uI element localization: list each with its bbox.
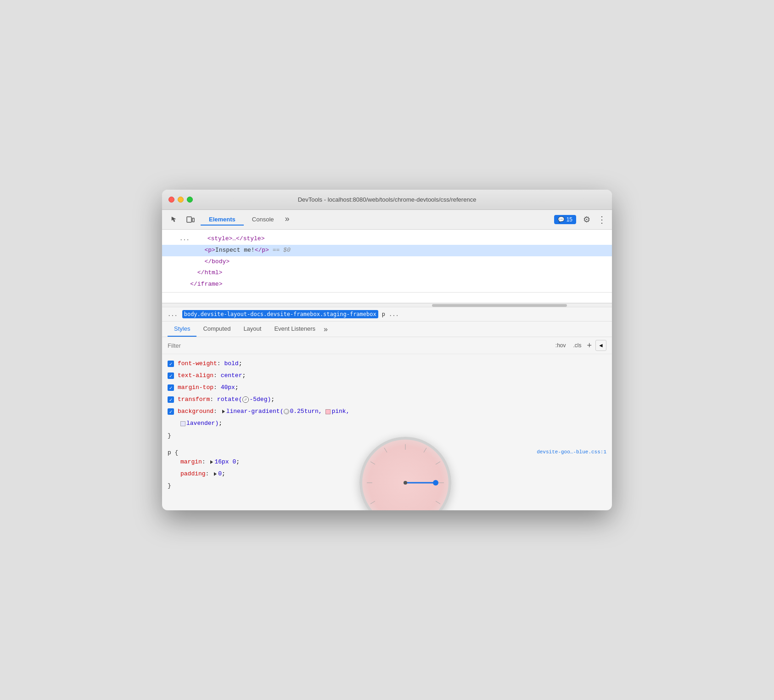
expand-margin-icon[interactable] [210,460,213,464]
breadcrumb-item-p[interactable]: p [380,310,387,318]
panel-layout-button[interactable]: ◄ [595,340,606,351]
devtools-toolbar: Elements Console » 💬 15 ⚙ ⋮ [162,210,612,230]
pink-swatch[interactable] [325,409,331,414]
subtab-computed[interactable]: Computed [196,322,237,337]
prop-value-font-weight[interactable]: bold [224,359,238,369]
more-options-button[interactable]: ⋮ [597,214,606,225]
clock-face[interactable] [359,437,451,510]
dom-p-close: </p> [255,247,269,254]
svg-line-14 [370,462,375,464]
close-button[interactable] [168,197,174,203]
traffic-lights [168,197,193,203]
lavender-swatch[interactable] [180,421,185,426]
angle-icon[interactable] [242,396,249,403]
prop-value-gradient-turn: 0.25turn, [290,406,325,417]
subtab-event-listeners[interactable]: Event Listeners [268,322,322,337]
prop-value-transform[interactable]: rotate( [217,395,242,405]
prop-value-margin-top[interactable]: 40px [221,383,235,393]
maximize-button[interactable] [187,197,193,203]
prop-value-text-align[interactable]: center [221,371,242,381]
prop-name-text-align: text-align [178,371,213,381]
dom-p-text: Inspect me! [215,247,255,254]
checkbox-background[interactable] [168,408,174,415]
sub-tabs: Styles Computed Layout Event Listeners » [162,322,612,337]
dom-p-open: <p> [204,247,215,254]
svg-line-8 [424,448,426,452]
gradient-icon[interactable] [284,409,289,414]
tab-elements[interactable]: Elements [201,214,244,226]
svg-line-9 [436,462,440,464]
breadcrumb-more[interactable]: ... [389,311,399,317]
css-rule-block-1: font-weight : bold ; text-align : center… [168,358,606,442]
expand-padding-icon[interactable] [214,472,217,476]
device-toolbar-icon[interactable] [184,213,197,226]
svg-line-13 [370,501,375,504]
dom-iframe-close[interactable]: </iframe> [162,279,612,290]
css-rules-panel: font-weight : bold ; text-align : center… [162,354,612,510]
prop-value-pink: pink, [331,406,349,417]
toolbar-right: 💬 15 ⚙ ⋮ [554,213,606,226]
scrollbar-thumb [432,304,567,307]
devtools-window: DevTools - localhost:8080/web/tools/chro… [162,190,612,510]
dom-dollar-zero: == $0 [273,247,291,254]
css-prop-background: background : linear-gradient( 0.25turn, … [168,406,606,418]
breadcrumb-dots[interactable]: ... [168,311,178,317]
dom-line-selected[interactable]: <p>Inspect me!</p> == $0 [162,245,612,256]
checkbox-font-weight[interactable] [168,361,174,367]
badge-icon: 💬 [558,216,565,223]
dom-style-tag: <style>…</style> [208,235,265,242]
subtab-styles[interactable]: Styles [168,322,196,337]
prop-value-margin[interactable]: 16px 0 [214,457,236,467]
tabs-more-icon[interactable]: » [282,214,292,226]
subtabs-more-icon[interactable]: » [324,325,328,333]
css-prop-font-weight: font-weight : bold ; [168,358,606,370]
prop-name-margin-top: margin-top [178,383,213,393]
clock-svg [362,440,449,510]
filter-input[interactable] [168,342,550,349]
breadcrumb-item-body[interactable]: body.devsite-layout-docs.devsite-framebo… [182,310,378,318]
dom-line[interactable]: ... <style>…</style> [162,233,612,245]
checkbox-margin-top[interactable] [168,384,174,391]
add-style-button[interactable]: + [587,341,592,350]
checkbox-transform[interactable] [168,396,174,403]
notifications-badge[interactable]: 💬 15 [554,215,576,224]
prop-name-padding: padding [180,469,206,479]
dom-scrollbar[interactable] [162,303,612,307]
prop-name-background: background [178,406,213,417]
dom-body-close[interactable]: </body> [162,256,612,268]
source-file-link[interactable]: devsite-goo…-blue.css:1 [537,449,606,456]
prop-value-padding[interactable]: 0 [218,469,222,479]
subtab-layout[interactable]: Layout [237,322,268,337]
tab-console[interactable]: Console [244,214,282,226]
expand-background-icon[interactable] [222,410,225,413]
cls-button[interactable]: .cls [571,341,583,350]
prop-value-background[interactable]: linear-gradient( [226,406,284,417]
svg-line-10 [436,501,440,504]
css-prop-text-align: text-align : center ; [168,370,606,382]
inspect-icon[interactable] [168,213,180,226]
checkbox-text-align[interactable] [168,373,174,379]
settings-button[interactable]: ⚙ [580,213,594,226]
prop-value-transform-deg: -5deg) [249,395,271,405]
dom-html-tag: </html> [197,269,223,276]
dom-body-tag: </body> [204,258,230,265]
css-prop-margin-top: margin-top : 40px ; [168,382,606,394]
main-tabs: Elements Console » [201,214,550,226]
minimize-button[interactable] [178,197,184,203]
gear-icon: ⚙ [583,215,590,225]
svg-point-18 [404,481,407,485]
dom-panel: ... <style>…</style> <p>Inspect me!</p> … [162,230,612,303]
clock-overlay[interactable] [359,437,451,510]
hov-button[interactable]: :hov [554,341,568,350]
css-prop-transform: transform : rotate( -5deg) ; [168,394,606,406]
css-prop-background-cont: lavender) ; [168,418,606,429]
dom-html-close[interactable]: </html> [162,267,612,279]
prop-name-font-weight: font-weight [178,359,217,369]
breadcrumb: ... body.devsite-layout-docs.devsite-fra… [162,307,612,322]
window-title: DevTools - localhost:8080/web/tools/chro… [298,196,477,203]
filter-bar: :hov .cls + ◄ [162,337,612,354]
title-bar: DevTools - localhost:8080/web/tools/chro… [162,190,612,210]
svg-rect-0 [187,217,191,222]
prop-name-transform: transform [178,395,210,405]
prop-value-lavender: lavender) [186,418,219,429]
